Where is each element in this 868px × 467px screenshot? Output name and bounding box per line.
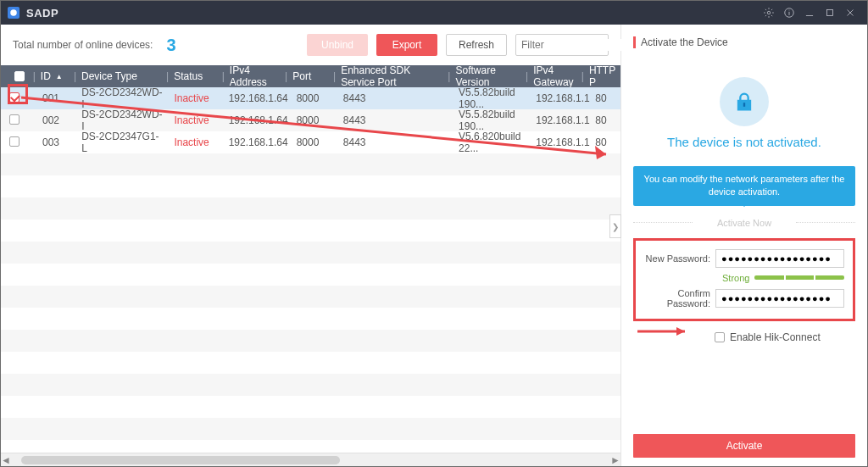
- device-list-pane: Total number of online devices: 3 Unbind…: [1, 25, 621, 466]
- cell-port: 8000: [287, 114, 333, 126]
- row-checkbox[interactable]: [9, 136, 19, 147]
- column-device-type[interactable]: Device Type: [76, 70, 166, 82]
- activate-button[interactable]: Activate: [633, 434, 855, 458]
- table-row[interactable]: 003DS-2CD2347G1-LInactive192.168.1.64800…: [1, 131, 620, 153]
- column-id[interactable]: ID▲: [36, 70, 74, 82]
- app-title: SADP: [26, 7, 58, 19]
- minimize-icon[interactable]: [799, 3, 820, 23]
- cell-sw: V5.5.82build 190...: [448, 108, 526, 132]
- column-status[interactable]: Status: [169, 70, 222, 82]
- column-checkbox[interactable]: [9, 71, 33, 81]
- panel-title: Activate the Device: [633, 36, 855, 48]
- collapse-panel-icon[interactable]: ❯: [609, 214, 621, 238]
- cell-device-type: DS-2CD2342WD-I: [71, 108, 164, 132]
- new-password-label: New Password:: [641, 253, 710, 264]
- cell-status: Inactive: [164, 136, 218, 148]
- column-ipv4[interactable]: IPv4 Address: [225, 64, 285, 88]
- strength-bar-icon: [754, 275, 844, 280]
- unbind-button[interactable]: Unbind: [307, 34, 368, 56]
- column-port[interactable]: Port: [287, 70, 333, 82]
- cell-ipv4: 192.168.1.64: [219, 114, 287, 126]
- device-count-value: 3: [166, 36, 175, 55]
- table-row[interactable]: 002DS-2CD2342WD-IInactive192.168.1.64800…: [1, 109, 620, 131]
- cell-http: 80: [585, 136, 620, 148]
- accent-bar-icon: [633, 36, 636, 48]
- confirm-password-input[interactable]: [715, 289, 844, 308]
- svg-rect-11: [743, 103, 745, 107]
- hik-connect-checkbox[interactable]: [715, 332, 725, 342]
- info-icon[interactable]: [779, 3, 799, 23]
- confirm-password-label: Confirm Password:: [641, 288, 710, 309]
- svg-point-4: [789, 10, 790, 11]
- settings-icon[interactable]: [759, 3, 779, 23]
- cell-esp: 8443: [333, 114, 448, 126]
- export-button[interactable]: Export: [376, 34, 437, 56]
- cell-ipv4: 192.168.1.64: [219, 92, 287, 104]
- password-form: New Password: Strong Confirm Password:: [633, 238, 855, 321]
- cell-gw: 192.168.1.1: [526, 114, 585, 126]
- cell-id: 002: [32, 114, 71, 126]
- cell-esp: 8443: [333, 92, 448, 104]
- cell-http: 80: [585, 92, 620, 104]
- scroll-thumb[interactable]: [21, 456, 340, 464]
- cell-sw: V5.5.82build 190...: [448, 87, 526, 110]
- horizontal-scrollbar[interactable]: ◄ ►: [1, 453, 620, 466]
- cell-id: 001: [32, 92, 71, 104]
- new-password-input[interactable]: [715, 249, 844, 268]
- svg-rect-6: [827, 10, 833, 16]
- device-grid: | ID▲ | Device Type | Status | IPv4 Addr…: [1, 65, 620, 453]
- app-logo-icon: [8, 7, 19, 19]
- cell-id: 003: [32, 136, 71, 148]
- title-bar: SADP: [1, 1, 867, 25]
- hik-connect-label: Enable Hik-Connect: [730, 331, 821, 343]
- column-gw[interactable]: IPv4 Gateway: [528, 64, 581, 88]
- maximize-icon[interactable]: [820, 3, 840, 23]
- cell-status: Inactive: [164, 92, 218, 104]
- cell-gw: 192.168.1.1: [526, 136, 585, 148]
- cell-http: 80: [585, 114, 620, 126]
- activate-now-label: Activate Now: [633, 214, 855, 230]
- row-checkbox[interactable]: [9, 92, 19, 103]
- row-checkbox[interactable]: [9, 114, 19, 125]
- scroll-left-icon[interactable]: ◄: [1, 455, 11, 465]
- refresh-button[interactable]: Refresh: [446, 34, 507, 56]
- activate-panel: Activate the Device The device is not ac…: [621, 25, 867, 466]
- cell-esp: 8443: [333, 136, 448, 148]
- lock-icon: [720, 77, 769, 126]
- svg-point-0: [10, 9, 17, 16]
- cell-status: Inactive: [164, 114, 218, 126]
- cell-port: 8000: [287, 92, 333, 104]
- cell-port: 8000: [287, 136, 333, 148]
- info-banner: You can modify the network parameters af…: [633, 166, 855, 206]
- scroll-right-icon[interactable]: ►: [610, 455, 620, 465]
- cell-device-type: DS-2CD2347G1-L: [71, 131, 164, 154]
- activation-status: The device is not activated.: [667, 135, 821, 149]
- device-count-label: Total number of online devices:: [13, 39, 153, 51]
- column-http[interactable]: HTTP P: [584, 64, 620, 88]
- svg-point-1: [767, 11, 771, 14]
- cell-sw: V5.6.820build 22...: [448, 131, 526, 154]
- cell-ipv4: 192.168.1.64: [219, 136, 287, 148]
- cell-gw: 192.168.1.1: [526, 92, 585, 104]
- close-icon[interactable]: [840, 3, 860, 23]
- column-sw[interactable]: Software Version: [450, 64, 526, 88]
- toolbar: Total number of online devices: 3 Unbind…: [1, 25, 620, 65]
- cell-device-type: DS-2CD2342WD-I: [71, 87, 164, 110]
- column-esp[interactable]: Enhanced SDK Service Port: [336, 64, 448, 88]
- grid-header: | ID▲ | Device Type | Status | IPv4 Addr…: [1, 65, 620, 87]
- filter-field[interactable]: [515, 34, 609, 56]
- strength-indicator: Strong: [641, 273, 844, 283]
- table-row[interactable]: 001DS-2CD2342WD-IInactive192.168.1.64800…: [1, 87, 620, 109]
